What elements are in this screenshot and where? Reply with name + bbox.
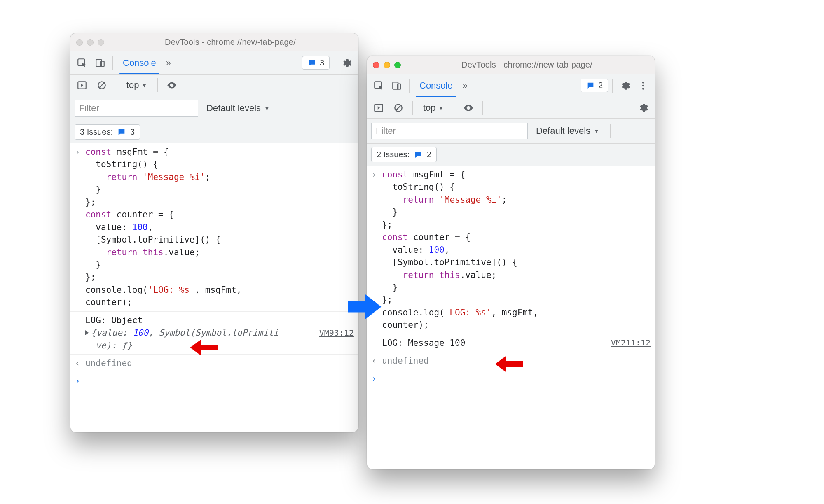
code-block: const msgFmt = { toString() { return 'Me… xyxy=(382,168,651,331)
issues-bar: 3 Issues: 3 xyxy=(70,121,358,143)
log-output: LOG: Object {value: 100, Symbol(Symbol.t… xyxy=(85,314,316,352)
minimize-dot[interactable] xyxy=(87,39,94,46)
source-link[interactable]: VM93:12 xyxy=(319,327,354,339)
separator xyxy=(157,78,158,92)
clear-console-icon[interactable] xyxy=(390,100,407,116)
expand-icon[interactable]: › xyxy=(370,168,379,181)
toolbar-issues-pill[interactable]: 2 xyxy=(581,79,608,92)
more-menu-icon[interactable] xyxy=(635,77,651,94)
tab-console[interactable]: Console xyxy=(117,51,162,74)
traffic-lights[interactable] xyxy=(373,62,401,68)
tabs-overflow-icon[interactable]: » xyxy=(460,80,470,91)
svg-point-9 xyxy=(642,84,644,86)
toolbar-issues-pill[interactable]: 3 xyxy=(302,56,330,70)
filter-bar: Default levels▼ xyxy=(367,119,655,144)
settings-gear-icon[interactable] xyxy=(617,77,633,94)
console-return-row: ‹ undefined xyxy=(367,352,655,370)
source-link[interactable]: VM211:12 xyxy=(611,337,651,349)
issues-chip-count: 2 xyxy=(427,150,431,159)
traffic-lights[interactable] xyxy=(76,39,104,46)
return-value: undefined xyxy=(85,357,354,369)
return-icon: ‹ xyxy=(370,355,379,367)
live-expression-icon[interactable] xyxy=(164,77,180,93)
settings-gear-icon[interactable] xyxy=(338,55,355,71)
devtools-window-before: DevTools - chrome://new-tab-page/ Consol… xyxy=(70,33,358,432)
console-return-row: ‹ undefined xyxy=(70,355,358,372)
issues-chip[interactable]: 2 Issues: 2 xyxy=(371,147,437,162)
context-selector[interactable]: top▼ xyxy=(122,77,152,93)
clear-console-icon[interactable] xyxy=(94,77,110,93)
prompt-icon: › xyxy=(73,375,82,387)
separator xyxy=(612,79,613,93)
close-dot[interactable] xyxy=(76,39,83,46)
inspect-icon[interactable] xyxy=(370,77,387,94)
close-dot[interactable] xyxy=(373,62,379,68)
console-prompt-row[interactable]: › xyxy=(70,372,358,390)
separator xyxy=(281,101,281,115)
svg-point-10 xyxy=(642,88,644,89)
inspect-icon[interactable] xyxy=(74,55,90,71)
context-label: top xyxy=(423,103,436,113)
console-input-row: › const msgFmt = { toString() { return '… xyxy=(70,143,358,312)
issues-bar: 2 Issues: 2 xyxy=(367,144,655,166)
issues-chip-label: 3 Issues: xyxy=(80,127,113,137)
issue-bubble-icon xyxy=(117,128,126,137)
console-subtoolbar: top▼ xyxy=(367,97,655,119)
issues-chip-label: 2 Issues: xyxy=(377,150,410,159)
filter-input[interactable] xyxy=(371,123,528,139)
window-title: DevTools - chrome://new-tab-page/ xyxy=(405,60,649,70)
main-toolbar: Console » 2 xyxy=(367,74,655,97)
separator xyxy=(116,78,116,92)
tab-console-label: Console xyxy=(123,58,156,68)
context-label: top xyxy=(126,80,139,91)
tabs-overflow-icon[interactable]: » xyxy=(164,58,173,68)
issue-bubble-icon xyxy=(414,150,423,159)
device-toggle-icon[interactable] xyxy=(389,77,405,94)
expand-icon[interactable]: › xyxy=(73,146,82,158)
devtools-window-after: DevTools - chrome://new-tab-page/ Consol… xyxy=(367,56,655,469)
separator xyxy=(334,56,334,70)
log-levels-label: Default levels xyxy=(206,103,261,114)
filter-input[interactable] xyxy=(75,100,198,117)
code-block: const msgFmt = { toString() { return 'Me… xyxy=(85,146,354,309)
disclosure-triangle-icon[interactable] xyxy=(85,330,89,335)
context-selector[interactable]: top▼ xyxy=(419,100,448,116)
titlebar: DevTools - chrome://new-tab-page/ xyxy=(70,33,358,51)
toolbar-issue-count: 2 xyxy=(598,81,603,90)
issues-chip-count: 3 xyxy=(130,127,135,137)
titlebar: DevTools - chrome://new-tab-page/ xyxy=(367,56,655,74)
return-value: undefined xyxy=(382,355,651,367)
log-levels-label: Default levels xyxy=(536,126,590,136)
console-body[interactable]: › const msgFmt = { toString() { return '… xyxy=(70,143,358,432)
zoom-dot[interactable] xyxy=(394,62,401,68)
main-toolbar: Console » 3 xyxy=(70,51,358,75)
issues-chip[interactable]: 3 Issues: 3 xyxy=(75,124,140,140)
sidebar-toggle-icon[interactable] xyxy=(370,100,387,116)
separator xyxy=(409,79,410,93)
console-input-row: › const msgFmt = { toString() { return '… xyxy=(367,166,655,334)
log-levels-dropdown[interactable]: Default levels▼ xyxy=(533,123,603,139)
console-log-row: LOG: Object {value: 100, Symbol(Symbol.t… xyxy=(70,312,358,355)
log-levels-dropdown[interactable]: Default levels▼ xyxy=(203,100,273,116)
tab-console[interactable]: Console xyxy=(414,74,459,97)
console-settings-gear-icon[interactable] xyxy=(635,100,651,116)
zoom-dot[interactable] xyxy=(98,39,104,46)
separator xyxy=(186,78,186,92)
return-icon: ‹ xyxy=(73,357,82,369)
prompt-icon: › xyxy=(370,373,379,385)
console-log-row: LOG: Message 100 VM211:12 xyxy=(367,334,655,352)
sidebar-toggle-icon[interactable] xyxy=(74,77,90,93)
separator xyxy=(454,101,454,115)
live-expression-icon[interactable] xyxy=(460,100,477,116)
separator xyxy=(610,124,611,138)
minimize-dot[interactable] xyxy=(384,62,390,68)
separator xyxy=(112,56,113,70)
issue-bubble-icon xyxy=(307,58,316,68)
console-prompt-row[interactable]: › xyxy=(367,370,655,387)
issue-bubble-icon xyxy=(586,81,595,90)
console-body[interactable]: › const msgFmt = { toString() { return '… xyxy=(367,166,655,469)
device-toggle-icon[interactable] xyxy=(92,55,108,71)
console-subtoolbar: top▼ xyxy=(70,75,358,96)
tab-console-label: Console xyxy=(419,80,453,91)
toolbar-issue-count: 3 xyxy=(320,58,324,68)
